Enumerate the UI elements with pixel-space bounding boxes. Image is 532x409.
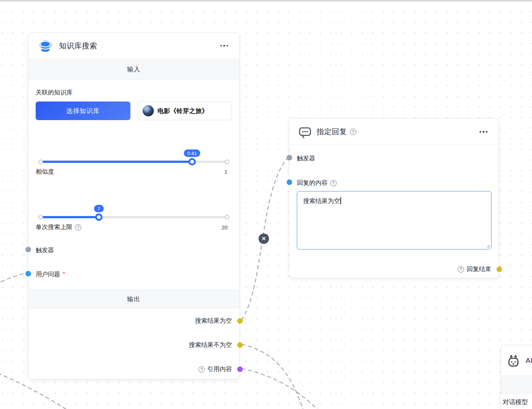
limit-slider-thumb[interactable] <box>95 213 103 221</box>
kb-chip[interactable]: 电影《铃芽之旅》 <box>138 102 231 120</box>
slider-min-endcap <box>38 160 43 164</box>
similarity-slider-thumb[interactable] <box>188 158 196 165</box>
port-user-question-in[interactable] <box>26 271 31 277</box>
kb-trigger-label: 触发器 <box>36 246 54 254</box>
help-icon[interactable]: ? <box>458 266 464 273</box>
node-specified-reply[interactable]: 指定回复 ? 触发器 回复的内容 ? 搜索结果为空 ? 回复结束 <box>289 118 499 278</box>
knowledge-base-icon <box>37 38 54 53</box>
port-kb-trigger-in[interactable] <box>26 247 31 252</box>
output-quote-label: 引用内容 <box>207 365 232 373</box>
reply-end-row: ? 回复结束 <box>458 265 491 273</box>
port-reply-content-in[interactable] <box>287 180 292 185</box>
limit-max-label: 20 <box>221 224 228 231</box>
reply-content-textarea[interactable]: 搜索结果为空 <box>297 191 492 249</box>
ai-model-label: 对话模型 <box>503 398 528 406</box>
output-row-quote: ? 引用内容 <box>198 365 232 373</box>
kb-chip-avatar <box>143 105 154 116</box>
port-quote-content-out[interactable] <box>237 367 243 372</box>
ai-node-header[interactable]: AI <box>501 345 532 376</box>
slider-max-endcap <box>225 215 230 220</box>
reply-trigger-row: 触发器 <box>297 154 315 162</box>
required-asterisk: * <box>63 271 65 278</box>
wire-delete-button[interactable]: ✕ <box>259 234 269 244</box>
kb-input-header-label: 输入 <box>127 65 140 74</box>
workflow-canvas[interactable]: ✕ 知识库搜索 输入 关联的知识库 <box>0 0 532 409</box>
reply-node-title: 指定回复 <box>317 127 347 137</box>
port-reply-end-out[interactable] <box>497 267 502 272</box>
port-reply-trigger-in[interactable] <box>287 155 292 161</box>
search-limit-slider[interactable]: 7 <box>40 216 227 218</box>
wire-quote-out[interactable] <box>242 368 320 409</box>
output-row-not-empty: 搜索结果不为空 <box>189 341 232 349</box>
ai-robot-icon <box>506 354 520 368</box>
chat-bubble-icon <box>298 125 312 139</box>
help-icon[interactable]: ? <box>198 366 205 373</box>
help-icon[interactable]: ? <box>330 180 337 186</box>
top-divider <box>0 0 532 1</box>
similarity-slider[interactable]: 0.81 <box>40 161 227 163</box>
ai-node-title: AI <box>526 357 532 365</box>
reply-trigger-label: 触发器 <box>297 154 315 162</box>
user-question-label: 用户问题 <box>36 270 60 278</box>
user-question-row: 用户问题 * <box>36 270 65 278</box>
similarity-value-badge: 0.81 <box>184 149 200 157</box>
limit-min-label: 1 <box>37 224 40 231</box>
select-kb-button[interactable]: 选择知识库 <box>36 102 130 120</box>
reply-node-header[interactable]: 指定回复 ? <box>289 119 499 145</box>
search-limit-label: 单次搜索上限 ? <box>36 223 81 231</box>
similarity-label: 相似度 <box>36 168 54 176</box>
port-result-empty-out[interactable] <box>237 318 243 324</box>
reply-content-label: 回复的内容 <box>297 179 328 187</box>
kb-output-header-label: 输出 <box>127 295 140 303</box>
help-icon[interactable]: ? <box>350 129 356 135</box>
kb-trigger-row: 触发器 <box>36 246 54 254</box>
output-not-empty-label: 搜索结果不为空 <box>189 341 232 349</box>
reply-content-row: 回复的内容 ? <box>297 179 337 187</box>
slider-min-endcap <box>38 215 43 220</box>
port-result-not-empty-out[interactable] <box>237 342 243 348</box>
similarity-max-label: 1 <box>224 168 227 175</box>
wire-user-question-in[interactable] <box>0 273 26 287</box>
reply-content-text: 搜索结果为空 <box>303 197 340 204</box>
assoc-kb-label: 关联的知识库 <box>36 88 72 97</box>
text-cursor <box>340 197 341 204</box>
kb-output-section-header: 输出 <box>28 290 239 308</box>
kb-input-section-header: 输入 <box>28 59 239 80</box>
reply-node-menu-button[interactable] <box>477 129 490 135</box>
ai-input-section-header <box>501 376 532 393</box>
limit-value-badge: 7 <box>94 205 104 212</box>
wire-notempty-out[interactable] <box>242 344 304 409</box>
resize-grip-icon[interactable] <box>486 244 490 248</box>
kb-node-menu-button[interactable] <box>218 43 231 49</box>
kb-node-header[interactable]: 知识库搜索 <box>28 33 239 59</box>
node-ai-chat[interactable]: AI 对话模型 <box>501 345 532 409</box>
kb-node-title: 知识库搜索 <box>59 41 97 51</box>
output-empty-label: 搜索结果为空 <box>195 317 232 325</box>
kb-chip-name: 电影《铃芽之旅》 <box>158 107 208 115</box>
output-row-empty: 搜索结果为空 <box>195 317 232 325</box>
slider-max-endcap <box>225 160 230 164</box>
node-kb-search[interactable]: 知识库搜索 输入 关联的知识库 选择知识库 电影《铃芽之旅》 相似度 0.81 … <box>28 32 240 379</box>
reply-end-label: 回复结束 <box>467 265 491 273</box>
help-icon[interactable]: ? <box>75 224 81 231</box>
